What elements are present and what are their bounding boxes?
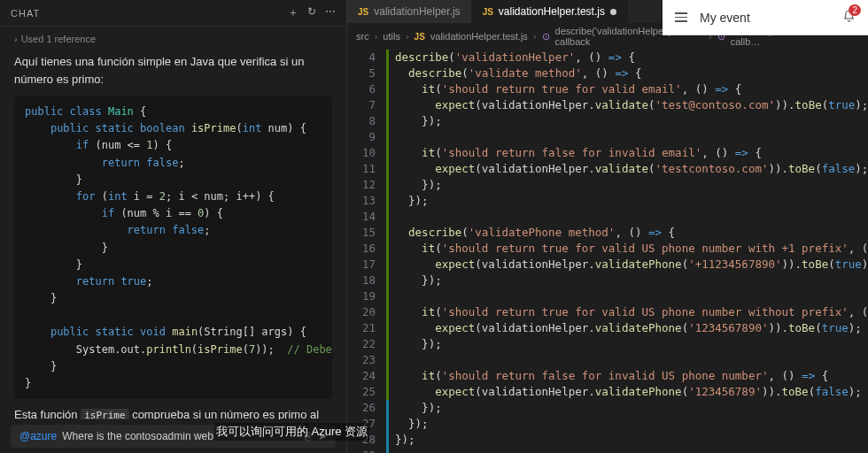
event-title: My event bbox=[700, 11, 750, 25]
js-icon: JS bbox=[358, 7, 368, 17]
method-icon: ⊙ bbox=[542, 31, 550, 42]
chat-title: CHAT bbox=[11, 8, 40, 19]
chat-message: Aquí tienes una función simple en Java q… bbox=[14, 53, 332, 88]
mention-chip[interactable]: @azure bbox=[19, 430, 57, 442]
event-banner: My event 2 bbox=[663, 0, 868, 35]
js-icon: JS bbox=[483, 7, 493, 17]
history-icon[interactable]: ↻ bbox=[307, 5, 316, 20]
chat-body: › Used 1 reference Aquí tienes una funci… bbox=[0, 27, 346, 419]
tab-validationhelper-test[interactable]: JS validationHelper.test.js bbox=[472, 0, 628, 23]
code-block: public class Main { public static boolea… bbox=[14, 96, 332, 399]
code-tag: isPrime bbox=[81, 409, 128, 419]
menu-icon[interactable] bbox=[675, 12, 687, 22]
chevron-right-icon: › bbox=[14, 34, 18, 44]
reference-toggle[interactable]: › Used 1 reference bbox=[14, 34, 332, 44]
line-gutter: 4567891011121314151617181920212223242526… bbox=[347, 50, 386, 453]
chat-message-2: Esta función isPrime comprueba si un núm… bbox=[14, 406, 332, 419]
editor-panel: JS validationHelper.js JS validationHelp… bbox=[347, 0, 868, 453]
notification-badge: 2 bbox=[849, 4, 861, 16]
notifications-button[interactable]: 2 bbox=[842, 10, 856, 26]
chat-panel: CHAT ＋ ↻ ⋯ › Used 1 reference Aquí tiene… bbox=[0, 0, 347, 453]
tab-validationhelper[interactable]: JS validationHelper.js bbox=[347, 0, 472, 23]
dirty-indicator-icon bbox=[610, 9, 616, 15]
new-chat-icon[interactable]: ＋ bbox=[288, 5, 298, 20]
more-icon[interactable]: ⋯ bbox=[325, 5, 336, 20]
chat-header: CHAT ＋ ↻ ⋯ bbox=[0, 0, 346, 27]
subtitle-caption: 我可以询问可用的 Azure 资源 bbox=[214, 423, 369, 441]
code-editor[interactable]: 4567891011121314151617181920212223242526… bbox=[347, 50, 868, 453]
js-icon: JS bbox=[415, 32, 425, 42]
